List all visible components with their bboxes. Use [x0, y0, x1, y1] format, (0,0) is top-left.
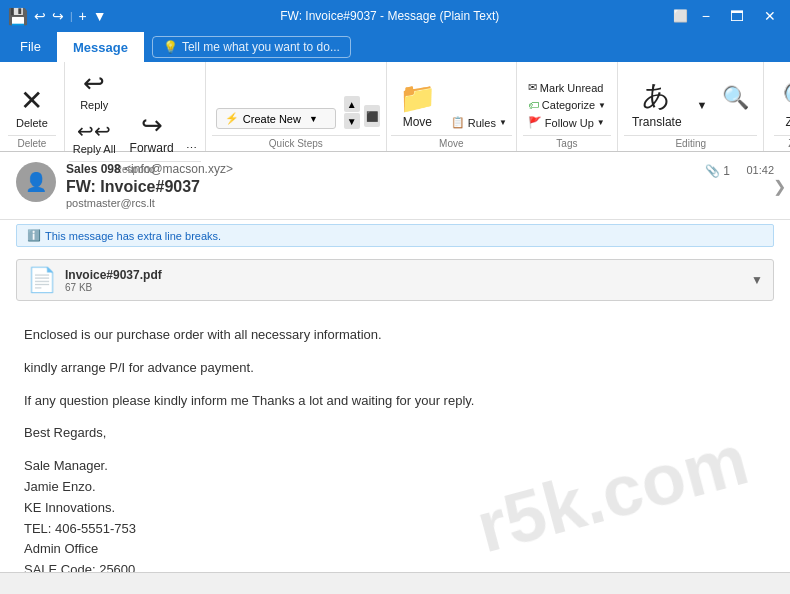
mark-unread-button[interactable]: ✉ Mark Unread: [523, 79, 611, 96]
attachment-size: 67 KB: [65, 282, 162, 293]
reply-all-button[interactable]: ↩↩ Reply All: [69, 117, 120, 157]
sig-line2: Jamie Enzo.: [24, 477, 766, 498]
mark-unread-label: Mark Unread: [540, 82, 604, 94]
expand-header-btn[interactable]: ❯: [773, 176, 786, 195]
forward-button[interactable]: ↪ Forward: [122, 108, 182, 157]
rules-icon: 📋: [451, 116, 465, 129]
translate-more-btn[interactable]: ▼: [692, 97, 713, 113]
move-group-label: Move: [391, 135, 512, 151]
quicksteps-scroll: ▲ ▼: [342, 94, 362, 131]
zoom-group-label: Zoom: [774, 135, 790, 151]
followup-arrow-icon: ▼: [597, 118, 605, 127]
attachment-info: Invoice#9037.pdf 67 KB: [65, 268, 162, 293]
ribbon-group-zoom: 🔍 Zoom Zoom: [764, 62, 790, 151]
undo-btn[interactable]: ↩: [34, 8, 46, 24]
rules-button[interactable]: 📋 Rules ▼: [446, 114, 512, 131]
minimize-btn[interactable]: −: [696, 6, 716, 26]
scroll-up-btn[interactable]: ▲: [344, 96, 360, 112]
sender-addr: <info@macson.xyz>: [124, 162, 233, 176]
create-new-button[interactable]: ⚡ Create New ▼: [216, 108, 336, 129]
sig-line5: Admin Office: [24, 539, 766, 560]
follow-up-label: Follow Up: [545, 117, 594, 129]
delete-group-label: Delete: [8, 135, 56, 151]
sig-line4: TEL: 406-5551-753: [24, 519, 766, 540]
delete-button[interactable]: ✕ Delete: [8, 85, 56, 131]
status-bar: [0, 572, 790, 594]
info-text: This message has extra line breaks.: [45, 230, 221, 242]
tab-tell[interactable]: 💡 Tell me what you want to do...: [152, 36, 351, 58]
categorize-button[interactable]: 🏷 Categorize ▼: [523, 97, 611, 113]
quicksteps-inner: ⚡ Create New ▼ ▲ ▼ ⬛: [212, 66, 380, 131]
paperclip-icon: 📎: [705, 164, 720, 178]
zoom-inner: 🔍 Zoom: [774, 66, 790, 131]
tab-file[interactable]: File: [4, 32, 57, 62]
zoom-button[interactable]: 🔍 Zoom: [774, 78, 790, 131]
quicksteps-expand-btn[interactable]: ⬛: [364, 105, 380, 127]
sig-line1: Sale Manager.: [24, 456, 766, 477]
ribbon: ✕ Delete Delete ↩ Reply ↩↩ Reply All ↪ F…: [0, 62, 790, 152]
lightbulb-icon: 💡: [163, 40, 178, 54]
attachment-name: Invoice#9037.pdf: [65, 268, 162, 282]
redo-btn[interactable]: ↪: [52, 8, 64, 24]
tab-tell-label: Tell me what you want to do...: [182, 40, 340, 54]
follow-up-button[interactable]: 🚩 Follow Up ▼: [523, 114, 611, 131]
info-icon: ℹ️: [27, 229, 41, 242]
search-button[interactable]: 🔍: [714, 83, 757, 113]
email-subject: FW: Invoice#9037: [66, 178, 774, 196]
email-meta: Sales 098 <info@macson.xyz> FW: Invoice#…: [66, 162, 774, 209]
email-body: Enclosed is our purchase order with all …: [0, 309, 790, 572]
move-col: 📋 Rules ▼: [446, 114, 512, 131]
search-col: 🔍: [714, 83, 757, 131]
tab-bar: File Message 💡 Tell me what you want to …: [0, 32, 790, 62]
zoom-label: Zoom: [786, 115, 790, 129]
attachment-box[interactable]: 📄 Invoice#9037.pdf 67 KB ▼: [16, 259, 774, 301]
ribbon-group-respond: ↩ Reply ↩↩ Reply All ↪ Forward ⋯ Respond: [65, 62, 206, 151]
email-content-area: 👤 Sales 098 <info@macson.xyz> FW: Invoic…: [0, 152, 790, 572]
respond-group-inner: ↩ Reply ↩↩ Reply All ↪ Forward ⋯: [69, 66, 201, 157]
editing-group-label: Editing: [624, 135, 757, 151]
move-label: Move: [403, 115, 432, 129]
categorize-arrow-icon: ▼: [598, 101, 606, 110]
quicksteps-label: Quick Steps: [212, 135, 380, 151]
restore-icon[interactable]: ⬜: [673, 9, 688, 23]
delete-label: Delete: [16, 117, 48, 129]
quicksteps-wrapper: ⚡ Create New ▼: [212, 106, 340, 131]
dropdown-arrow-icon: ▼: [309, 114, 318, 124]
email-from: Sales 098 <info@macson.xyz>: [66, 162, 774, 176]
tab-message[interactable]: Message: [57, 32, 144, 62]
delete-icon: ✕: [20, 87, 43, 115]
attachment-dropdown-icon[interactable]: ▼: [751, 273, 763, 287]
ribbon-group-delete: ✕ Delete Delete: [0, 62, 65, 151]
reply-sub-group: ↩ Reply ↩↩ Reply All: [69, 66, 120, 157]
window-title: FW: Invoice#9037 - Message (Plain Text): [107, 9, 673, 23]
translate-button[interactable]: あ Translate: [624, 75, 690, 131]
search-icon: 🔍: [722, 85, 749, 111]
add-btn[interactable]: +: [79, 8, 87, 24]
attachment-count-area: 📎 1: [705, 164, 730, 178]
editing-inner: あ Translate ▼ 🔍: [624, 66, 757, 131]
email-date: 01:42: [746, 164, 774, 176]
translate-more-icon: ▼: [697, 99, 708, 111]
title-bar-left: 💾 ↩ ↪ | + ▼: [8, 7, 107, 26]
pdf-icon: 📄: [27, 266, 57, 294]
delete-group-inner: ✕ Delete: [8, 66, 56, 131]
move-button[interactable]: 📁 Move: [391, 78, 444, 131]
outlook-icon: 💾: [8, 7, 28, 26]
restore-btn[interactable]: 🗖: [724, 6, 750, 26]
body-signature: Sale Manager. Jamie Enzo. KE Innovations…: [24, 456, 766, 572]
expand-btn[interactable]: ▼: [93, 8, 107, 24]
email-header: 👤 Sales 098 <info@macson.xyz> FW: Invoic…: [0, 152, 790, 220]
body-regards: Best Regards,: [24, 423, 766, 444]
create-new-label: Create New: [243, 113, 301, 125]
tags-inner: ✉ Mark Unread 🏷 Categorize ▼ 🚩 Follow Up…: [523, 66, 611, 131]
tags-group-label: Tags: [523, 135, 611, 151]
reply-button[interactable]: ↩ Reply: [69, 66, 119, 113]
quickstep-icon: ⚡: [225, 112, 239, 125]
translate-icon: あ: [642, 77, 671, 115]
rules-label: Rules: [468, 117, 496, 129]
email-to: postmaster@rcs.lt: [66, 197, 774, 209]
close-btn[interactable]: ✕: [758, 6, 782, 26]
sig-line3: KE Innovations.: [24, 498, 766, 519]
move-icon: 📁: [399, 80, 436, 115]
scroll-down-btn[interactable]: ▼: [344, 113, 360, 129]
